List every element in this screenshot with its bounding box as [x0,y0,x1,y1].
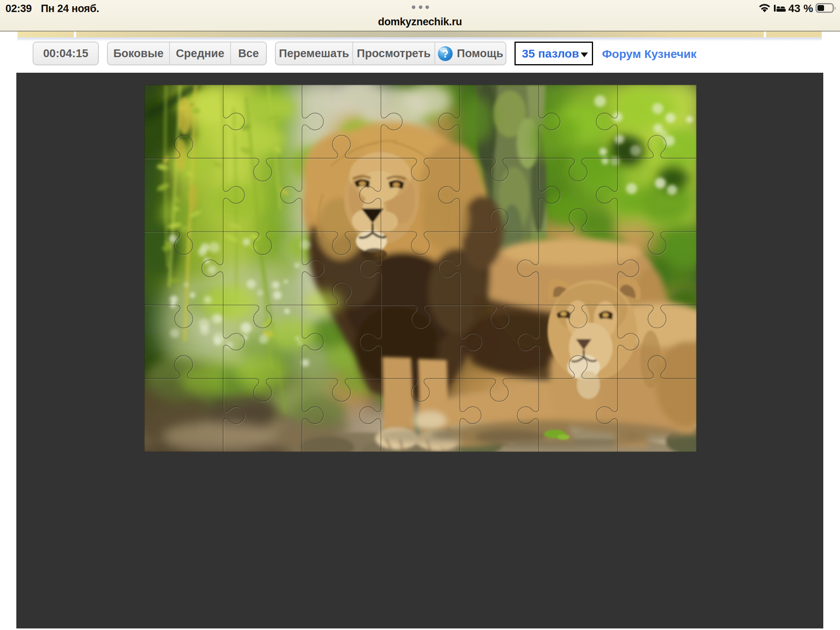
svg-text:?: ? [442,48,449,60]
svg-text:43 %: 43 % [788,3,813,14]
